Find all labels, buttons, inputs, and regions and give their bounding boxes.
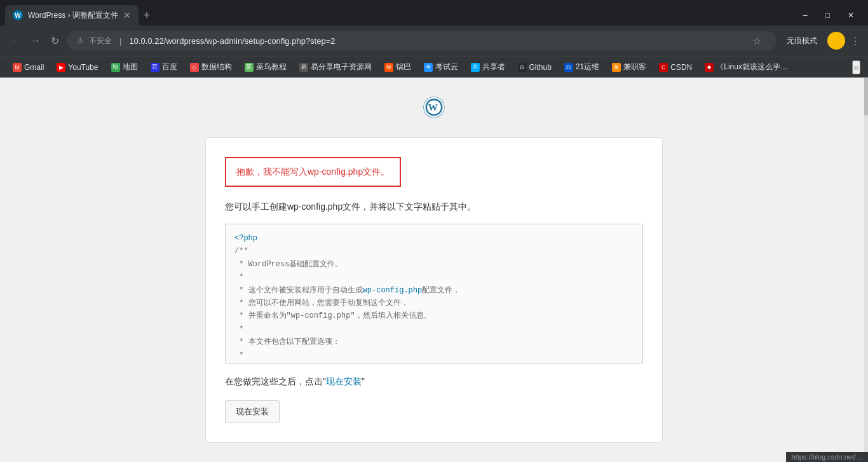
bookmark-github-label: Github: [529, 63, 552, 72]
bookmark-share-label: 共享者: [482, 62, 505, 72]
wordpress-logo: W: [409, 97, 459, 118]
bookmark-gmail[interactable]: M Gmail: [8, 61, 49, 74]
refresh-button[interactable]: ↻: [48, 32, 62, 50]
description-text: 您可以手工创建wp-config.php文件，并将以下文字粘贴于其中。: [225, 200, 643, 214]
main-card: 抱歉，我不能写入wp-config.php文件。 您可以手工创建wp-confi…: [205, 137, 663, 443]
bookmark-runoob-label: 菜鸟教程: [256, 62, 287, 72]
baidu-favicon: 百: [151, 63, 159, 72]
bookmark-linux-label: 《Linux就该这么学…: [716, 62, 788, 72]
bookmark-ds[interactable]: ◇ 数据结构: [185, 60, 237, 74]
tab-close-button[interactable]: ✕: [123, 11, 131, 20]
bookmark-youtube-label: YouTube: [68, 63, 98, 72]
bookmark-exam-label: 考试云: [435, 62, 458, 72]
bookmark-baidu[interactable]: 百 百度: [146, 60, 182, 74]
bookmark-taobao-label: 锅巴: [396, 62, 411, 72]
bookmark-csdn[interactable]: C CSDN: [654, 61, 697, 74]
code-line-6: * 您可以不使用网站，您需要手动复制这个文件，: [234, 299, 409, 308]
bookmark-easy[interactable]: 易 易分享电子资源网: [294, 60, 377, 74]
ds-favicon: ◇: [190, 63, 199, 72]
minimize-button[interactable]: –: [794, 5, 817, 25]
code-line-5: * 这个文件被安装程序用于自动生成wp-config.php配置文件，: [234, 286, 460, 295]
linux-favicon: ◆: [705, 63, 714, 72]
tab-favicon: [13, 10, 23, 20]
bookmark-maps[interactable]: 地 地图: [106, 60, 143, 74]
bookmarks-bar: M Gmail ▶ YouTube 地 地图 百 百度 ◇ 数据结构 菜 菜鸟教…: [0, 56, 868, 78]
install-quote: 现在安装: [326, 376, 362, 386]
bookmark-job-label: 兼职客: [623, 62, 646, 72]
browser-tab[interactable]: WordPress › 调整配置文件 ✕: [5, 5, 139, 25]
bookmark-github[interactable]: G Github: [513, 61, 557, 74]
bottom-instruction: 在您做完这些之后，点击"现在安装": [225, 376, 643, 388]
csdn-favicon: C: [659, 63, 668, 72]
tab-bar: WordPress › 调整配置文件 ✕ + – □ ✕: [0, 0, 868, 25]
status-bar: https://blog.csdn.net/…: [786, 452, 868, 462]
profile-button[interactable]: [827, 32, 845, 50]
exam-favicon: 考: [424, 63, 433, 72]
error-message: 抱歉，我不能写入wp-config.php文件。: [236, 166, 390, 177]
code-line-10: *: [234, 351, 243, 360]
security-label: 不安全: [89, 36, 112, 46]
address-bar: ← → ↻ ⚠ 不安全 | 10.0.0.22/wordpress/wp-adm…: [0, 25, 868, 56]
maps-favicon: 地: [111, 63, 120, 72]
tab-title: WordPress › 调整配置文件: [28, 10, 118, 21]
bookmark-runoob[interactable]: 菜 菜鸟教程: [240, 60, 292, 74]
address-input[interactable]: ⚠ 不安全 | 10.0.0.22/wordpress/wp-admin/set…: [67, 31, 776, 51]
forward-button[interactable]: →: [28, 32, 43, 49]
window-controls: – □ ✕: [794, 5, 863, 25]
bookmark-share[interactable]: 共 共享者: [466, 60, 510, 74]
bookmark-star-icon[interactable]: ☆: [747, 35, 766, 47]
job-favicon: 兼: [612, 63, 621, 72]
page-scrollbar[interactable]: [864, 78, 868, 462]
bookmark-linux[interactable]: ◆ 《Linux就该这么学…: [700, 60, 793, 74]
incognito-button[interactable]: 无痕模式: [782, 33, 822, 49]
bookmark-maps-label: 地图: [123, 62, 138, 72]
bookmark-taobao[interactable]: 锅 锅巴: [379, 60, 416, 74]
bookmark-easy-label: 易分享电子资源网: [311, 62, 372, 72]
code-line-7: * 并重命名为"wp-config.php"，然后填入相关信息。: [234, 311, 431, 320]
install-button[interactable]: 现在安装: [225, 400, 280, 423]
easy-favicon: 易: [299, 63, 308, 72]
bookmark-job[interactable]: 兼 兼职客: [607, 60, 651, 74]
bookmark-exam[interactable]: 考 考试云: [419, 60, 463, 74]
extensions-button[interactable]: ⋮: [850, 35, 860, 47]
bookmark-gmail-label: Gmail: [24, 63, 44, 72]
error-box: 抱歉，我不能写入wp-config.php文件。: [225, 157, 401, 187]
taobao-favicon: 锅: [384, 63, 393, 72]
maximize-button[interactable]: □: [817, 5, 839, 25]
21yun-favicon: 21: [564, 63, 573, 72]
code-line-4: *: [234, 273, 243, 282]
runoob-favicon: 菜: [245, 63, 254, 72]
code-line-9: * 本文件包含以下配置选项：: [234, 337, 340, 346]
new-tab-button[interactable]: +: [141, 6, 153, 25]
code-line-8: *: [234, 325, 243, 334]
code-line-2: /**: [234, 247, 248, 255]
security-icon: ⚠: [77, 36, 84, 45]
close-button[interactable]: ✕: [839, 5, 863, 25]
bookmark-youtube[interactable]: ▶ YouTube: [51, 61, 103, 74]
bookmark-baidu-label: 百度: [162, 62, 177, 72]
bookmark-21yun[interactable]: 21 21运维: [559, 60, 604, 74]
more-bookmarks-button[interactable]: »: [852, 60, 860, 74]
gmail-favicon: M: [13, 63, 22, 72]
scrollbar-thumb[interactable]: [864, 78, 868, 116]
svg-text:W: W: [428, 102, 438, 112]
bookmark-csdn-label: CSDN: [670, 63, 692, 72]
code-block[interactable]: <?php /** * WordPress基础配置文件。 * * 这个文件被安装…: [225, 224, 643, 363]
bookmark-21yun-label: 21运维: [576, 62, 599, 72]
address-right-controls: 无痕模式 ⋮: [782, 32, 860, 50]
code-line-3: * WordPress基础配置文件。: [234, 260, 342, 269]
php-open-tag: <?php: [234, 234, 257, 243]
browser-chrome: WordPress › 调整配置文件 ✕ + – □ ✕ ← → ↻ ⚠ 不安全…: [0, 0, 868, 78]
back-button[interactable]: ←: [8, 32, 23, 49]
url-text: 10.0.0.22/wordpress/wp-admin/setup-confi…: [129, 36, 335, 46]
status-url: https://blog.csdn.net/…: [791, 453, 863, 461]
page-content: W 抱歉，我不能写入wp-config.php文件。 您可以手工创建wp-con…: [0, 78, 868, 462]
github-favicon: G: [518, 63, 527, 72]
share-favicon: 共: [471, 63, 480, 72]
youtube-favicon: ▶: [57, 63, 65, 72]
bookmark-ds-label: 数据结构: [201, 62, 232, 72]
